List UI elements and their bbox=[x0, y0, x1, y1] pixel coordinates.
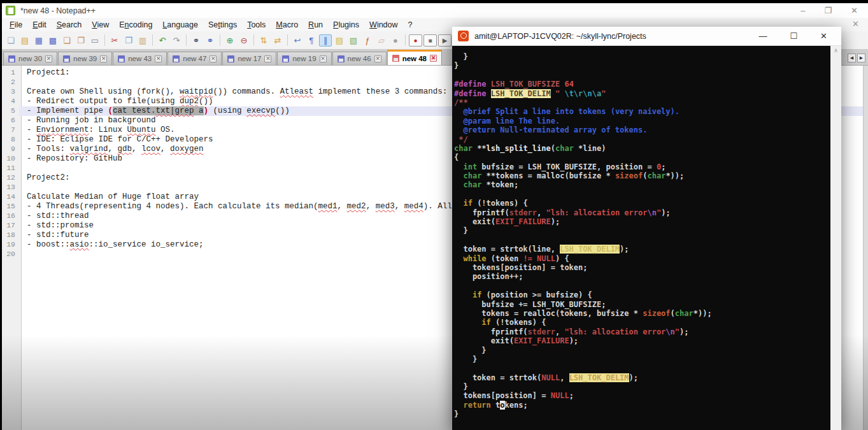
unsaved-file-icon bbox=[118, 55, 125, 62]
line-number: 8 bbox=[2, 135, 19, 145]
menu-plugins[interactable]: Plugins bbox=[328, 19, 364, 31]
show-all-characters-icon[interactable]: ¶ bbox=[305, 34, 318, 47]
line-text: - std::thread bbox=[19, 211, 89, 221]
menubar-close-icon[interactable]: ✕ bbox=[852, 19, 859, 29]
terminal-line-7: @brief Split a line into tokens (very na… bbox=[454, 107, 830, 116]
find-icon[interactable]: ⚭ bbox=[190, 34, 203, 47]
menu-search[interactable]: Search bbox=[52, 19, 87, 31]
line-text: - IDE: Eclipse IDE for C/C++ Developers bbox=[19, 135, 213, 145]
tab-scroll-right-icon[interactable]: ▶ bbox=[857, 54, 865, 62]
line-text: - Running job in background bbox=[19, 116, 156, 125]
copy-icon[interactable]: ❐ bbox=[122, 34, 135, 47]
tab-new-19[interactable]: new 19✕ bbox=[277, 52, 331, 65]
user-defined-dialog-icon[interactable]: ▤ bbox=[333, 34, 346, 47]
terminal-line-36: token = strtok(NULL, LSH_TOK_DELIM); bbox=[454, 373, 830, 382]
menu-run[interactable]: Run bbox=[303, 19, 328, 31]
terminal-line-31: fprintf(stderr, "lsh: allocation error\n… bbox=[454, 327, 830, 336]
close-document-icon[interactable]: ❏ bbox=[60, 34, 73, 47]
synchronize-horizontal-scrolling-icon[interactable]: ⇄ bbox=[271, 34, 284, 47]
cut-icon[interactable]: ✂ bbox=[108, 34, 121, 47]
open-file-icon[interactable]: ▤ bbox=[18, 34, 31, 47]
toolbar-separator bbox=[104, 34, 105, 46]
line-text bbox=[19, 78, 27, 87]
line-text: - Tools: valgrind, gdb, lcov, doxygen bbox=[19, 145, 204, 154]
record-macro-icon[interactable]: ● bbox=[409, 34, 422, 47]
tab-close-icon[interactable]: ✕ bbox=[155, 55, 162, 62]
play-macro-icon[interactable]: ▶ bbox=[438, 34, 452, 47]
tab-close-icon[interactable]: ✕ bbox=[430, 55, 437, 62]
line-text: - Repository: GitHub bbox=[19, 154, 122, 164]
terminal-content[interactable]: }}#define LSH_TOK_BUFSIZE 64#define LSH_… bbox=[452, 46, 830, 430]
line-text: Create own Shell using (fork(), waitpid(… bbox=[19, 87, 447, 97]
paste-icon[interactable]: ▥ bbox=[136, 34, 149, 47]
zoom-in-icon[interactable]: ⊕ bbox=[224, 34, 236, 47]
terminal-line-40: } bbox=[454, 410, 830, 419]
folder-as-workspace-icon[interactable]: ▱ bbox=[375, 34, 388, 47]
menu-file[interactable]: File bbox=[4, 19, 27, 31]
menu-encoding[interactable]: Encoding bbox=[114, 19, 157, 31]
undo-icon[interactable]: ↶ bbox=[156, 34, 169, 47]
terminal-close-icon[interactable]: ✕ bbox=[820, 31, 827, 41]
close-icon[interactable]: ✕ bbox=[851, 6, 858, 15]
line-text: - Enviornment: Linux Ubuntu OS. bbox=[19, 125, 175, 135]
menu-language[interactable]: Language bbox=[157, 19, 203, 31]
line-number: 10 bbox=[2, 154, 19, 164]
tab-new-48[interactable]: new 48✕ bbox=[387, 50, 442, 65]
menu-settings[interactable]: Settings bbox=[203, 19, 242, 31]
close-all-documents-icon[interactable]: ❐ bbox=[75, 34, 87, 47]
line-number: 6 bbox=[2, 116, 19, 125]
terminal-line-26 bbox=[454, 282, 830, 290]
terminal-scroll-up-icon[interactable]: ∧ bbox=[830, 47, 841, 54]
terminal-scrollbar[interactable]: ∧ bbox=[830, 46, 841, 430]
document-monitor-icon[interactable]: ● bbox=[389, 34, 402, 47]
line-text: - std::promise bbox=[19, 221, 94, 231]
tab-new-46[interactable]: new 46✕ bbox=[332, 52, 387, 65]
line-number: 13 bbox=[2, 183, 19, 192]
menu-macro[interactable]: Macro bbox=[271, 19, 303, 31]
stop-macro-icon[interactable]: ■ bbox=[423, 34, 437, 47]
tab-new-30[interactable]: new 30✕ bbox=[3, 52, 57, 65]
tab-label: new 46 bbox=[348, 55, 371, 62]
top-border bbox=[0, 0, 868, 3]
menu-[interactable]: ? bbox=[403, 19, 418, 31]
redo-icon[interactable]: ↷ bbox=[170, 34, 183, 47]
document-map-icon[interactable]: ▧ bbox=[347, 34, 360, 47]
print-icon[interactable]: ▭ bbox=[89, 34, 101, 47]
tab-close-icon[interactable]: ✕ bbox=[374, 55, 381, 62]
ubuntu-terminal-icon bbox=[458, 31, 469, 41]
word-wrap-icon[interactable]: ↩ bbox=[291, 34, 304, 47]
indent-guide-icon[interactable]: ∥ bbox=[319, 34, 332, 47]
minimize-icon[interactable]: – bbox=[800, 6, 805, 15]
tab-close-icon[interactable]: ✕ bbox=[45, 55, 52, 62]
unsaved-file-icon bbox=[282, 55, 289, 62]
function-list-icon[interactable]: ƒ bbox=[361, 34, 374, 47]
save-all-icon[interactable]: ▩ bbox=[46, 34, 59, 47]
save-icon[interactable]: ▦ bbox=[32, 34, 45, 47]
tab-close-icon[interactable]: ✕ bbox=[100, 55, 107, 62]
tab-new-43[interactable]: new 43✕ bbox=[113, 52, 167, 65]
tab-close-icon[interactable]: ✕ bbox=[320, 55, 327, 62]
terminal-line-34: } bbox=[454, 355, 830, 364]
menu-edit[interactable]: Edit bbox=[27, 19, 52, 31]
unsaved-file-icon bbox=[338, 55, 345, 62]
zoom-out-icon[interactable]: ⊖ bbox=[238, 34, 250, 47]
tab-close-icon[interactable]: ✕ bbox=[210, 55, 217, 62]
tab-new-47[interactable]: new 47✕ bbox=[167, 52, 222, 65]
terminal-minimize-icon[interactable]: — bbox=[758, 31, 767, 41]
terminal-line-22: token = strtok(line, LSH_TOK_DELIM); bbox=[454, 245, 830, 254]
tab-scroll-left-icon[interactable]: ◀ bbox=[848, 54, 856, 62]
tab-new-17[interactable]: new 17✕ bbox=[222, 52, 276, 65]
line-number: 3 bbox=[2, 87, 19, 97]
menu-tools[interactable]: Tools bbox=[242, 19, 271, 31]
new-file-icon[interactable]: ❏ bbox=[4, 34, 17, 47]
menu-window[interactable]: Window bbox=[364, 19, 402, 31]
tab-label: new 47 bbox=[183, 55, 206, 62]
tab-new-39[interactable]: new 39✕ bbox=[58, 52, 112, 65]
terminal-maximize-icon[interactable]: ☐ bbox=[790, 31, 797, 41]
menu-view[interactable]: View bbox=[87, 19, 114, 31]
restore-icon[interactable]: ❐ bbox=[824, 6, 832, 15]
editor-vertical-scrollbar[interactable] bbox=[863, 66, 868, 430]
synchronize-vertical-scrolling-icon[interactable]: ⇅ bbox=[257, 34, 270, 47]
tab-close-icon[interactable]: ✕ bbox=[264, 55, 271, 62]
replace-icon[interactable]: ⚭ bbox=[204, 34, 217, 47]
